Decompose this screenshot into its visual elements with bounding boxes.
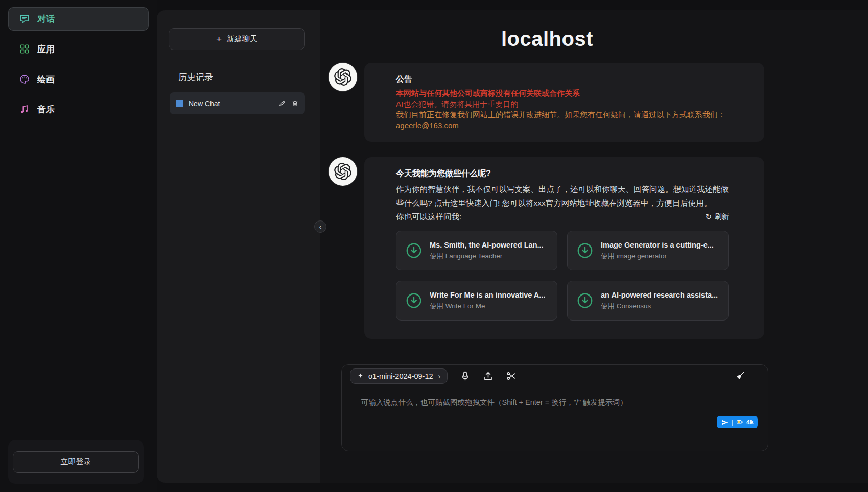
token-count: 4k (746, 419, 754, 426)
announcement-bubble: 公告 本网站与任何其他公司或商标没有任何关联或合作关系 AI也会犯错。请勿将其用… (364, 63, 764, 142)
ask-hint: 你也可以这样问我: (396, 210, 461, 224)
sidebar-item-label: 绘画 (37, 73, 55, 85)
page-title: localhost (329, 28, 766, 51)
app-root: 对话 应用 绘画 音乐 立即登录 + (0, 0, 868, 492)
new-chat-label: 新建聊天 (227, 34, 257, 44)
suggestion-title: an AI-powered research assista... (601, 291, 718, 299)
message-input[interactable] (342, 387, 768, 451)
plus-icon: + (216, 34, 222, 44)
chat-item-icon (176, 100, 183, 107)
new-chat-button[interactable]: + 新建聊天 (169, 28, 305, 50)
circle-arrow-down-icon (405, 291, 423, 310)
suggestion-subtitle: 使用 Language Teacher (430, 252, 544, 261)
sidebar-item-chat[interactable]: 对话 (8, 7, 149, 31)
suggestion-title: Write For Me is an innovative A... (430, 291, 545, 299)
circle-arrow-down-icon (405, 241, 423, 260)
login-button[interactable]: 立即登录 (13, 451, 139, 473)
assistant-avatar (329, 63, 357, 91)
scissors-button[interactable] (506, 371, 517, 381)
model-selector[interactable]: o1-mini-2024-09-12 › (350, 368, 448, 384)
sidebar-item-label: 音乐 (37, 104, 55, 115)
suggestion-card[interactable]: Ms. Smith, the AI-powered Lan... 使用 Lang… (396, 231, 557, 270)
sidebar-item-apps[interactable]: 应用 (8, 37, 149, 61)
announcement-line: 我们目前正在修复我们网站上的错误并改进细节。如果您有任何疑问，请通过以下方式联系… (396, 109, 729, 120)
sidebar: 对话 应用 绘画 音乐 立即登录 (0, 0, 157, 492)
sidebar-item-label: 对话 (37, 13, 55, 25)
collapse-sidebar-button[interactable]: ‹ (314, 220, 326, 233)
model-name: o1-mini-2024-09-12 (368, 372, 433, 380)
content-window: + 新建聊天 历史记录 New Chat ‹ localhos (157, 10, 868, 483)
announcement-title: 公告 (396, 74, 729, 85)
sparkle-icon (357, 372, 364, 380)
microphone-button[interactable] (460, 371, 471, 381)
suggestion-card[interactable]: Image Generator is a cutting-e... 使用 ima… (567, 231, 729, 270)
suggestion-subtitle: 使用 Write For Me (430, 302, 545, 311)
chat-main: ‹ localhost 公告 本网站与任何其他公司或商标没有任何关联或合作关系 … (320, 10, 868, 483)
refresh-icon: ↻ (705, 212, 712, 222)
token-battery-icon (736, 419, 743, 426)
chat-bubble-icon (19, 13, 30, 24)
sidebar-item-paint[interactable]: 绘画 (8, 67, 149, 91)
history-title: 历史记录 (178, 71, 320, 83)
welcome-body: 作为你的智慧伙伴，我不仅可以写文案、出点子，还可以和你聊天、回答问题。想知道我还… (396, 182, 729, 210)
circle-arrow-down-icon (576, 241, 594, 260)
suggestion-title: Image Generator is a cutting-e... (601, 241, 714, 249)
sidebar-item-label: 应用 (37, 43, 55, 55)
login-panel: 立即登录 (8, 440, 144, 484)
suggestion-card[interactable]: Write For Me is an innovative A... 使用 Wr… (396, 281, 557, 321)
suggestion-grid: Ms. Smith, the AI-powered Lan... 使用 Lang… (396, 231, 729, 321)
edit-chat-button[interactable] (278, 100, 286, 107)
announcement-line: 本网站与任何其他公司或商标没有任何关联或合作关系 (396, 88, 729, 99)
refresh-label: 刷新 (715, 212, 729, 222)
openai-logo-icon (334, 163, 351, 180)
music-note-icon (19, 104, 30, 115)
composer-toolbar: o1-mini-2024-09-12 › (342, 365, 768, 387)
delete-chat-button[interactable] (291, 100, 299, 107)
message-welcome: 今天我能为您做些什么呢? 作为你的智慧伙伴，我不仅可以写文案、出点子，还可以和你… (329, 157, 764, 339)
send-icon (721, 419, 729, 426)
palette-icon (19, 73, 30, 85)
suggestion-card[interactable]: an AI-powered research assista... 使用 Con… (567, 281, 729, 321)
message-announcement: 公告 本网站与任何其他公司或商标没有任何关联或合作关系 AI也会犯错。请勿将其用… (329, 63, 764, 142)
welcome-bubble: 今天我能为您做些什么呢? 作为你的智慧伙伴，我不仅可以写文案、出点子，还可以和你… (364, 157, 764, 339)
suggestion-subtitle: 使用 Consensus (601, 302, 718, 311)
composer: o1-mini-2024-09-12 › (341, 364, 768, 451)
chat-item-title: New Chat (189, 100, 273, 108)
sidebar-item-music[interactable]: 音乐 (8, 97, 149, 121)
openai-logo-icon (334, 68, 351, 86)
message-list: 公告 本网站与任何其他公司或商标没有任何关联或合作关系 AI也会犯错。请勿将其用… (320, 51, 868, 354)
pill-divider: | (732, 419, 733, 426)
apps-grid-icon (19, 43, 30, 55)
circle-arrow-down-icon (576, 291, 594, 310)
clear-context-button[interactable] (735, 371, 745, 381)
suggestion-subtitle: 使用 image generator (601, 252, 714, 261)
send-button[interactable]: | 4k (717, 416, 758, 428)
chat-list-item[interactable]: New Chat (170, 92, 305, 114)
refresh-button[interactable]: ↻ 刷新 (705, 212, 729, 222)
suggestion-title: Ms. Smith, the AI-powered Lan... (430, 241, 544, 249)
chat-item-actions (278, 100, 299, 107)
assistant-avatar (329, 157, 357, 186)
contact-email-link[interactable]: ageerle@163.com (396, 120, 459, 131)
chevron-right-icon: › (438, 372, 441, 380)
upload-button[interactable] (483, 371, 494, 381)
hint-row: 你也可以这样问我: ↻ 刷新 (396, 210, 729, 224)
welcome-title: 今天我能为您做些什么呢? (396, 168, 729, 179)
chat-list-panel: + 新建聊天 历史记录 New Chat (157, 10, 320, 483)
announcement-line: AI也会犯错。请勿将其用于重要目的 (396, 99, 729, 109)
